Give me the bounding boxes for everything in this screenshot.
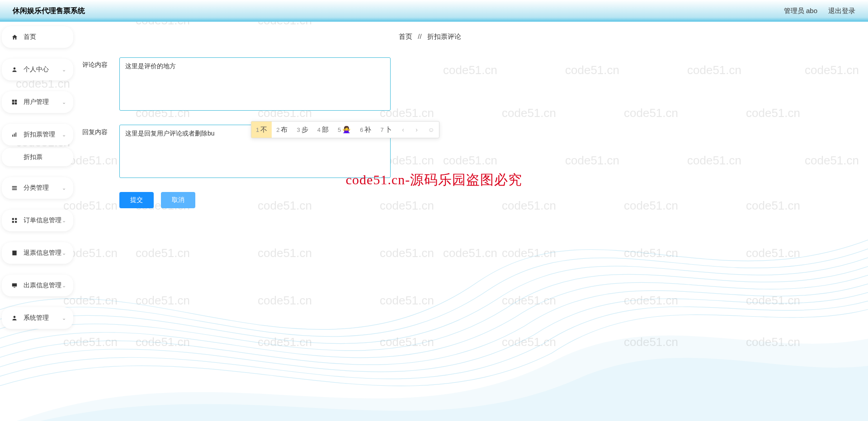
svg-rect-5 — [12, 135, 13, 137]
comment-label: 评论内容 — [82, 57, 115, 69]
sidebar-item-label: 分类管理 — [24, 184, 62, 192]
breadcrumb: 首页 // 折扣票评论 — [82, 33, 868, 41]
sidebar-item-label: 首页 — [24, 33, 66, 41]
sidebar-item-orders[interactable]: 订单信息管理 ⌄ — [2, 210, 73, 231]
ime-candidate-6[interactable]: 6补 — [355, 122, 376, 138]
ime-candidate-3[interactable]: 3步 — [292, 122, 312, 138]
submit-button[interactable]: 提交 — [119, 192, 154, 208]
svg-rect-4 — [15, 103, 17, 105]
app-title: 休闲娱乐代理售票系统 — [13, 6, 85, 16]
sidebar-item-home[interactable]: 首页 — [2, 26, 73, 48]
ime-next-icon[interactable]: › — [410, 122, 424, 138]
bar-icon — [11, 131, 18, 138]
sidebar-item-refund[interactable]: 退票信息管理 ⌄ — [2, 242, 73, 264]
chevron-down-icon: ⌄ — [62, 132, 66, 138]
chevron-down-icon: ⌄ — [62, 218, 66, 224]
svg-rect-7 — [15, 132, 16, 136]
chevron-down-icon: ⌄ — [62, 315, 66, 321]
ime-candidate-popup: 1不 2布 3步 4部 5🙅‍♀️ 6补 7卜 ‹ › ☺ — [251, 121, 439, 138]
svg-point-0 — [14, 67, 16, 70]
comment-textarea[interactable]: 这里是评价的地方 — [119, 57, 391, 111]
header: 休闲娱乐代理售票系统 管理员 abo 退出登录 — [0, 0, 868, 22]
sidebar-item-label: 出票信息管理 — [24, 281, 62, 290]
svg-rect-13 — [12, 221, 14, 223]
sidebar-item-label: 折扣票 — [24, 153, 66, 161]
doc-icon — [11, 249, 18, 257]
sidebar-item-label: 系统管理 — [24, 314, 62, 322]
chevron-down-icon: ⌄ — [62, 250, 66, 256]
sidebar-item-discount-ticket-mgmt[interactable]: 折扣票管理 ⌄ — [2, 124, 73, 145]
admin-label[interactable]: 管理员 abo — [784, 7, 817, 15]
ime-emoji-icon[interactable]: ☺ — [424, 122, 439, 138]
monitor-icon — [11, 282, 18, 289]
sidebar-item-system[interactable]: 系统管理 ⌄ — [2, 307, 73, 329]
sidebar-item-label: 用户管理 — [24, 98, 62, 106]
svg-rect-9 — [12, 187, 17, 188]
svg-point-18 — [14, 316, 16, 318]
ime-candidate-5[interactable]: 5🙅‍♀️ — [333, 122, 355, 138]
svg-rect-15 — [12, 251, 16, 256]
main-content: 首页 // 折扣票评论 评论内容 这里是评价的地方 回复内容 这里是回复用户评论… — [77, 22, 868, 421]
chevron-down-icon: ⌄ — [62, 185, 66, 191]
svg-rect-3 — [12, 103, 14, 105]
logout-link[interactable]: 退出登录 — [828, 7, 855, 15]
chevron-down-icon: ⌄ — [62, 99, 66, 105]
sidebar-item-profile[interactable]: 个人中心 ⌄ — [2, 59, 73, 80]
ime-candidate-7[interactable]: 7卜 — [376, 122, 396, 138]
svg-rect-1 — [12, 100, 14, 102]
reply-label: 回复内容 — [82, 125, 115, 136]
list-icon — [11, 184, 18, 192]
svg-rect-16 — [12, 283, 17, 286]
svg-rect-12 — [15, 218, 17, 220]
grid2-icon — [11, 217, 18, 224]
ime-candidate-1[interactable]: 1不 — [251, 122, 272, 138]
ime-candidate-2[interactable]: 2布 — [272, 122, 292, 138]
sidebar-item-label: 退票信息管理 — [24, 249, 62, 257]
sidebar-item-label: 订单信息管理 — [24, 216, 62, 225]
svg-rect-8 — [12, 186, 17, 187]
sidebar-item-users[interactable]: 用户管理 ⌄ — [2, 91, 73, 113]
svg-rect-17 — [14, 287, 15, 288]
svg-rect-6 — [14, 134, 15, 137]
svg-rect-10 — [12, 189, 17, 190]
home-icon — [11, 33, 18, 41]
sidebar-item-category[interactable]: 分类管理 ⌄ — [2, 177, 73, 199]
sidebar-item-label: 个人中心 — [24, 65, 62, 74]
chevron-down-icon: ⌄ — [62, 283, 66, 289]
sidebar-item-discount-ticket[interactable]: 折扣票 — [2, 148, 73, 166]
breadcrumb-home[interactable]: 首页 — [399, 33, 412, 40]
sidebar-item-issue[interactable]: 出票信息管理 ⌄ — [2, 275, 73, 296]
sidebar-item-label: 折扣票管理 — [24, 131, 62, 139]
chevron-down-icon: ⌄ — [62, 67, 66, 73]
breadcrumb-separator: // — [418, 33, 421, 40]
sidebar: 首页 个人中心 ⌄ 用户管理 ⌄ 折扣票管理 ⌄ 折扣票 分类管理 ⌄ 订单信息… — [0, 22, 77, 421]
svg-rect-2 — [15, 100, 17, 102]
user-icon — [11, 66, 18, 73]
grid-icon — [11, 98, 18, 106]
user2-icon — [11, 314, 18, 322]
breadcrumb-current: 折扣票评论 — [427, 33, 461, 40]
svg-rect-14 — [15, 221, 17, 223]
ime-prev-icon[interactable]: ‹ — [396, 122, 410, 138]
cancel-button[interactable]: 取消 — [161, 192, 195, 208]
svg-rect-11 — [12, 218, 14, 220]
ime-candidate-4[interactable]: 4部 — [313, 122, 333, 138]
